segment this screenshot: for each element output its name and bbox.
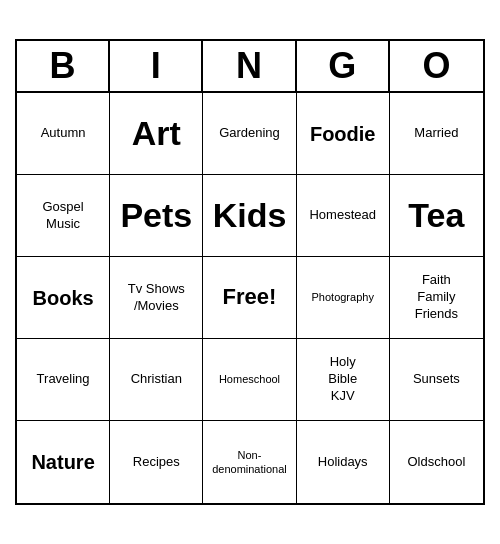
bingo-cell: FaithFamilyFriends (390, 257, 483, 339)
bingo-cell: Oldschool (390, 421, 483, 503)
bingo-cell: Married (390, 93, 483, 175)
bingo-grid: AutumnArtGardeningFoodieMarriedGospelMus… (17, 93, 483, 503)
bingo-cell: Recipes (110, 421, 203, 503)
bingo-header: BINGO (17, 41, 483, 93)
bingo-cell: Christian (110, 339, 203, 421)
bingo-cell: Pets (110, 175, 203, 257)
bingo-cell: Photography (297, 257, 390, 339)
bingo-cell: Kids (203, 175, 296, 257)
bingo-cell: Gardening (203, 93, 296, 175)
bingo-cell: Tv Shows/Movies (110, 257, 203, 339)
bingo-card: BINGO AutumnArtGardeningFoodieMarriedGos… (15, 39, 485, 505)
bingo-cell: Holidays (297, 421, 390, 503)
bingo-cell: Autumn (17, 93, 110, 175)
bingo-cell: HolyBibleKJV (297, 339, 390, 421)
header-letter: N (203, 41, 296, 91)
bingo-cell: Books (17, 257, 110, 339)
bingo-cell: Nature (17, 421, 110, 503)
header-letter: G (297, 41, 390, 91)
bingo-cell: Sunsets (390, 339, 483, 421)
header-letter: O (390, 41, 483, 91)
bingo-cell: Traveling (17, 339, 110, 421)
bingo-cell: Tea (390, 175, 483, 257)
bingo-cell: Foodie (297, 93, 390, 175)
header-letter: I (110, 41, 203, 91)
bingo-cell: Art (110, 93, 203, 175)
bingo-cell: Homeschool (203, 339, 296, 421)
bingo-cell: GospelMusic (17, 175, 110, 257)
header-letter: B (17, 41, 110, 91)
bingo-cell: Non-denominational (203, 421, 296, 503)
bingo-cell: Homestead (297, 175, 390, 257)
bingo-cell: Free! (203, 257, 296, 339)
